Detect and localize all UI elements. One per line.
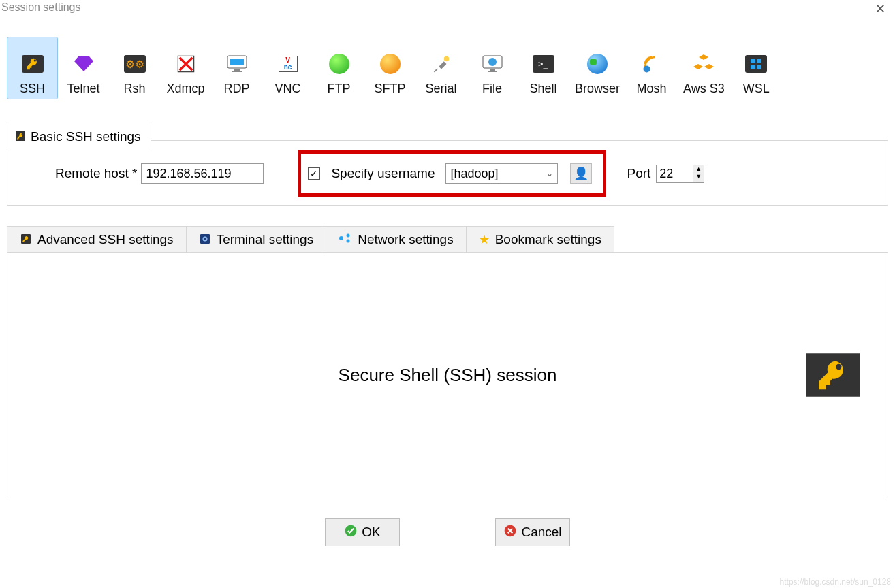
session-type-wsl[interactable]: WSL: [731, 37, 782, 99]
dialog-button-row: OK Cancel: [0, 518, 895, 546]
globe-orange-icon: [378, 52, 403, 76]
tab-label: Network settings: [358, 232, 453, 247]
session-type-label: Browser: [575, 82, 620, 96]
port-label: Port: [627, 166, 650, 181]
session-type-label: File: [482, 82, 502, 96]
svg-point-23: [339, 236, 343, 240]
session-type-label: Rsh: [123, 82, 145, 96]
key-icon: [22, 55, 44, 73]
network-dots-icon: [339, 232, 352, 247]
svg-rect-4: [234, 69, 240, 71]
globe-green-icon: [327, 52, 351, 76]
star-icon: ★: [479, 232, 490, 247]
cancel-label: Cancel: [521, 525, 561, 540]
key-small-icon: [14, 129, 27, 144]
session-type-label: Aws S3: [683, 82, 725, 96]
svg-rect-9: [490, 69, 495, 71]
cancel-button[interactable]: Cancel: [495, 518, 570, 546]
session-type-awss3[interactable]: Aws S3: [677, 37, 731, 99]
vnc-icon: Vnc: [276, 52, 300, 76]
specify-username-checkbox[interactable]: ✓: [308, 167, 320, 180]
person-key-icon: 👤: [574, 166, 588, 181]
svg-point-8: [488, 58, 497, 66]
session-type-xdmcp[interactable]: Xdmcp: [160, 37, 211, 99]
title-bar: Session settings ✕: [0, 0, 895, 16]
port-spin-arrows[interactable]: ▲▼: [693, 165, 704, 183]
svg-marker-12: [699, 54, 708, 60]
port-spinner[interactable]: ▲▼: [656, 165, 704, 183]
session-type-ssh[interactable]: SSH: [7, 37, 58, 99]
session-type-mosh[interactable]: Mosh: [626, 37, 677, 99]
session-type-label: Mosh: [637, 82, 667, 96]
close-icon[interactable]: ✕: [870, 1, 891, 16]
session-type-serial[interactable]: Serial: [415, 37, 467, 99]
svg-rect-15: [751, 59, 755, 63]
tab-advanced-ssh[interactable]: Advanced SSH settings: [7, 226, 187, 252]
remote-host-input[interactable]: [141, 163, 264, 184]
session-type-toolbar: SSH Telnet ⚙⚙ Rsh Xdmcp RDP Vnc VNC FTP …: [0, 16, 895, 106]
gear-small-icon: [199, 232, 211, 247]
tab-label: Bookmark settings: [495, 232, 601, 247]
remote-host-label: Remote host *: [55, 166, 137, 181]
username-combo[interactable]: [hadoop] ⌄: [445, 163, 558, 184]
session-type-rsh[interactable]: ⚙⚙ Rsh: [109, 37, 160, 99]
tab-bookmark[interactable]: ★ Bookmark settings: [466, 226, 614, 252]
satellite-icon: [640, 52, 664, 76]
user-picker-button[interactable]: 👤: [570, 163, 592, 184]
session-type-label: VNC: [274, 82, 300, 96]
basic-ssh-legend: Basic SSH settings: [31, 129, 141, 144]
session-type-label: Xdmcp: [166, 82, 204, 96]
x-icon: [174, 52, 198, 76]
windows-icon: [745, 55, 767, 73]
port-input[interactable]: [656, 165, 693, 183]
svg-point-25: [347, 240, 350, 243]
ok-label: OK: [362, 525, 380, 540]
session-description: Secure Shell (SSH) session: [339, 365, 557, 386]
tab-label: Terminal settings: [217, 232, 314, 247]
tab-network[interactable]: Network settings: [326, 226, 466, 252]
svg-marker-13: [693, 64, 703, 69]
x-circle-icon: [503, 524, 517, 541]
tab-terminal[interactable]: Terminal settings: [186, 226, 327, 252]
basic-ssh-panel: Basic SSH settings Remote host * ✓ Speci…: [7, 140, 888, 206]
terminal-icon: >_: [533, 55, 554, 73]
cubes-icon: [691, 52, 716, 76]
svg-point-6: [443, 56, 449, 62]
ok-button[interactable]: OK: [325, 518, 400, 546]
session-type-label: SSH: [20, 82, 45, 96]
svg-rect-17: [751, 65, 755, 69]
session-type-label: RDP: [223, 82, 249, 96]
session-type-shell[interactable]: >_ Shell: [518, 37, 569, 99]
check-circle-icon: [344, 524, 358, 541]
key-small-icon: [20, 232, 32, 247]
session-type-sftp[interactable]: SFTP: [364, 37, 415, 99]
svg-rect-21: [200, 234, 210, 244]
tab-label: Advanced SSH settings: [37, 232, 174, 247]
settings-tabs: Advanced SSH settings Terminal settings …: [7, 226, 888, 252]
svg-point-11: [643, 66, 650, 73]
file-monitor-icon: [480, 52, 505, 76]
gem-icon: [72, 52, 96, 76]
basic-ssh-tab[interactable]: Basic SSH settings: [7, 125, 151, 149]
window-title: Session settings: [1, 1, 81, 14]
username-value: [hadoop]: [450, 167, 498, 181]
svg-rect-18: [757, 65, 761, 69]
session-type-label: Serial: [425, 82, 456, 96]
session-type-file[interactable]: File: [467, 37, 518, 99]
svg-point-24: [347, 234, 350, 238]
watermark: https://blog.csdn.net/sun_0128: [780, 577, 891, 587]
chevron-down-icon: ⌄: [546, 169, 553, 178]
svg-rect-10: [488, 71, 497, 72]
settings-body: Secure Shell (SSH) session: [7, 252, 888, 497]
session-type-label: FTP: [328, 82, 351, 96]
session-type-browser[interactable]: Browser: [569, 37, 626, 99]
session-type-label: SFTP: [374, 82, 405, 96]
session-type-rdp[interactable]: RDP: [211, 37, 262, 99]
session-type-vnc[interactable]: Vnc VNC: [262, 37, 313, 99]
big-key-icon: [806, 353, 860, 397]
session-type-telnet[interactable]: Telnet: [58, 37, 109, 99]
globe-blue-icon: [585, 52, 610, 76]
session-type-label: Shell: [529, 82, 556, 96]
session-type-ftp[interactable]: FTP: [313, 37, 364, 99]
gears-icon: ⚙⚙: [124, 55, 146, 73]
